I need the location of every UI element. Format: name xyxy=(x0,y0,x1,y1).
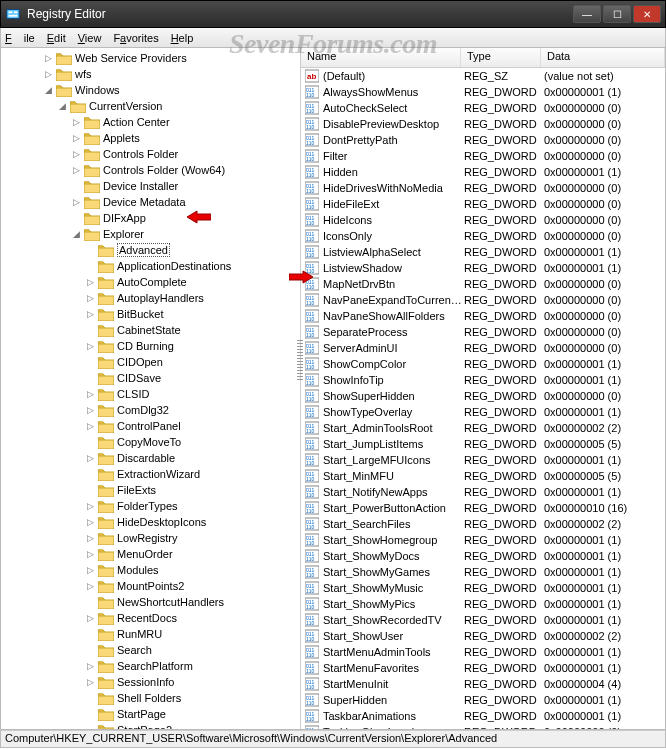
tree-item[interactable]: ▷HideDesktopIcons xyxy=(1,514,300,530)
list-item[interactable]: 011110MapNetDrvBtnREG_DWORD0x00000000 (0… xyxy=(301,276,665,292)
list-item[interactable]: 011110SuperHiddenREG_DWORD0x00000001 (1) xyxy=(301,692,665,708)
tree-item[interactable]: ▷CD Burning xyxy=(1,338,300,354)
list-item[interactable]: 011110Start_SearchFilesREG_DWORD0x000000… xyxy=(301,516,665,532)
tree-item[interactable]: ▷Web Service Providers xyxy=(1,50,300,66)
list-item[interactable]: 011110ShowSuperHiddenREG_DWORD0x00000000… xyxy=(301,388,665,404)
list-item[interactable]: 011110Start_ShowMyPicsREG_DWORD0x0000000… xyxy=(301,596,665,612)
list-item[interactable]: 011110ServerAdminUIREG_DWORD0x00000000 (… xyxy=(301,340,665,356)
tree-item[interactable]: CIDSave xyxy=(1,370,300,386)
list-item[interactable]: 011110TaskbarAnimationsREG_DWORD0x000000… xyxy=(301,708,665,724)
tree-item[interactable]: DIFxApp xyxy=(1,210,300,226)
tree-item[interactable]: ▷ComDlg32 xyxy=(1,402,300,418)
tree-item[interactable]: ◢Windows xyxy=(1,82,300,98)
tree-item[interactable]: Device Installer xyxy=(1,178,300,194)
list-item[interactable]: 011110ListviewShadowREG_DWORD0x00000001 … xyxy=(301,260,665,276)
tree-item[interactable]: ▷RecentDocs xyxy=(1,610,300,626)
expand-icon[interactable]: ▷ xyxy=(85,501,96,512)
title-bar[interactable]: Registry Editor — ☐ ✕ xyxy=(0,0,666,28)
tree-item[interactable]: ▷MenuOrder xyxy=(1,546,300,562)
menu-help[interactable]: Help xyxy=(171,32,194,44)
menu-edit[interactable]: Edit xyxy=(47,32,66,44)
tree-item[interactable]: RunMRU xyxy=(1,626,300,642)
list-item[interactable]: 011110Start_ShowMyGamesREG_DWORD0x000000… xyxy=(301,564,665,580)
list-item[interactable]: 011110Start_MinMFUREG_DWORD0x00000005 (5… xyxy=(301,468,665,484)
expand-icon[interactable]: ▷ xyxy=(85,277,96,288)
list-item[interactable]: 011110Start_ShowMyDocsREG_DWORD0x0000000… xyxy=(301,548,665,564)
list-item[interactable]: 011110HiddenREG_DWORD0x00000001 (1) xyxy=(301,164,665,180)
expand-icon[interactable]: ▷ xyxy=(85,533,96,544)
tree-item[interactable]: ▷Device Metadata xyxy=(1,194,300,210)
expand-icon[interactable]: ▷ xyxy=(71,165,82,176)
list-item[interactable]: 011110DisablePreviewDesktopREG_DWORD0x00… xyxy=(301,116,665,132)
collapse-icon[interactable]: ◢ xyxy=(71,229,82,240)
maximize-button[interactable]: ☐ xyxy=(603,5,631,23)
list-item[interactable]: 011110Start_ShowMyMusicREG_DWORD0x000000… xyxy=(301,580,665,596)
tree-item[interactable]: ◢CurrentVersion xyxy=(1,98,300,114)
tree-item[interactable]: ▷Applets xyxy=(1,130,300,146)
expand-icon[interactable]: ▷ xyxy=(43,53,54,64)
tree-item[interactable]: StartPage2 xyxy=(1,722,300,729)
list-item[interactable]: 011110DontPrettyPathREG_DWORD0x00000000 … xyxy=(301,132,665,148)
list-item[interactable]: 011110Start_NotifyNewAppsREG_DWORD0x0000… xyxy=(301,484,665,500)
list-item[interactable]: 011110Start_ShowHomegroupREG_DWORD0x0000… xyxy=(301,532,665,548)
expand-icon[interactable]: ▷ xyxy=(85,565,96,576)
expand-icon[interactable]: ▷ xyxy=(85,421,96,432)
expand-icon[interactable]: ▷ xyxy=(85,581,96,592)
registry-tree[interactable]: ▷Web Service Providers▷wfs◢Windows◢Curre… xyxy=(1,48,301,729)
minimize-button[interactable]: — xyxy=(573,5,601,23)
tree-item[interactable]: Search xyxy=(1,642,300,658)
col-type[interactable]: Type xyxy=(461,48,541,67)
tree-item[interactable]: FileExts xyxy=(1,482,300,498)
tree-item[interactable]: ApplicationDestinations xyxy=(1,258,300,274)
list-item[interactable]: 011110Start_LargeMFUIconsREG_DWORD0x0000… xyxy=(301,452,665,468)
expand-icon[interactable]: ▷ xyxy=(85,661,96,672)
tree-item[interactable]: CopyMoveTo xyxy=(1,434,300,450)
col-name[interactable]: Name xyxy=(301,48,461,67)
list-item[interactable]: 011110StartMenuAdminToolsREG_DWORD0x0000… xyxy=(301,644,665,660)
list-item[interactable]: 011110FilterREG_DWORD0x00000000 (0) xyxy=(301,148,665,164)
list-item[interactable]: 011110AlwaysShowMenusREG_DWORD0x00000001… xyxy=(301,84,665,100)
tree-item[interactable]: ▷Action Center xyxy=(1,114,300,130)
expand-icon[interactable]: ▷ xyxy=(43,69,54,80)
list-item[interactable]: 011110StartMenuInitREG_DWORD0x00000004 (… xyxy=(301,676,665,692)
list-item[interactable]: 011110HideIconsREG_DWORD0x00000000 (0) xyxy=(301,212,665,228)
list-item[interactable]: 011110Start_ShowUserREG_DWORD0x00000002 … xyxy=(301,628,665,644)
tree-item[interactable]: ▷Controls Folder xyxy=(1,146,300,162)
tree-item[interactable]: ▷CLSID xyxy=(1,386,300,402)
list-item[interactable]: 011110Start_ShowRecordedTVREG_DWORD0x000… xyxy=(301,612,665,628)
collapse-icon[interactable]: ◢ xyxy=(43,85,54,96)
list-item[interactable]: 011110Start_AdminToolsRootREG_DWORD0x000… xyxy=(301,420,665,436)
list-item[interactable]: 011110AutoCheckSelectREG_DWORD0x00000000… xyxy=(301,100,665,116)
expand-icon[interactable]: ▷ xyxy=(85,677,96,688)
tree-item[interactable]: CIDOpen xyxy=(1,354,300,370)
list-item[interactable]: 011110SeparateProcessREG_DWORD0x00000000… xyxy=(301,324,665,340)
tree-item[interactable]: ▷FolderTypes xyxy=(1,498,300,514)
tree-item[interactable]: ExtractionWizard xyxy=(1,466,300,482)
column-header[interactable]: Name Type Data xyxy=(301,48,665,68)
tree-item[interactable]: ▷Controls Folder (Wow64) xyxy=(1,162,300,178)
list-item[interactable]: 011110ListviewAlphaSelectREG_DWORD0x0000… xyxy=(301,244,665,260)
tree-item[interactable]: ▷LowRegistry xyxy=(1,530,300,546)
tree-item[interactable]: ▷SearchPlatform xyxy=(1,658,300,674)
list-item[interactable]: 011110Start_PowerButtonActionREG_DWORD0x… xyxy=(301,500,665,516)
list-item[interactable]: 011110StartMenuFavoritesREG_DWORD0x00000… xyxy=(301,660,665,676)
list-item[interactable]: 011110Start_JumpListItemsREG_DWORD0x0000… xyxy=(301,436,665,452)
expand-icon[interactable]: ▷ xyxy=(85,341,96,352)
values-list[interactable]: ab(Default)REG_SZ(value not set)011110Al… xyxy=(301,68,665,729)
list-item[interactable]: 011110IconsOnlyREG_DWORD0x00000000 (0) xyxy=(301,228,665,244)
expand-icon[interactable]: ▷ xyxy=(85,293,96,304)
expand-icon[interactable]: ▷ xyxy=(85,453,96,464)
menu-file[interactable]: File xyxy=(5,32,35,44)
tree-item[interactable]: Advanced xyxy=(1,242,300,258)
list-item[interactable]: 011110TaskbarGlomLevelREG_DWORD0x0000000… xyxy=(301,724,665,729)
expand-icon[interactable]: ▷ xyxy=(85,389,96,400)
expand-icon[interactable]: ▷ xyxy=(71,197,82,208)
tree-item[interactable]: ▷ControlPanel xyxy=(1,418,300,434)
list-item[interactable]: 011110ShowInfoTipREG_DWORD0x00000001 (1) xyxy=(301,372,665,388)
list-item[interactable]: 011110NavPaneExpandToCurrentFolderREG_DW… xyxy=(301,292,665,308)
tree-item[interactable]: ▷wfs xyxy=(1,66,300,82)
menu-favorites[interactable]: Favorites xyxy=(113,32,158,44)
expand-icon[interactable]: ▷ xyxy=(85,549,96,560)
tree-item[interactable]: ▷AutoComplete xyxy=(1,274,300,290)
expand-icon[interactable]: ▷ xyxy=(71,133,82,144)
